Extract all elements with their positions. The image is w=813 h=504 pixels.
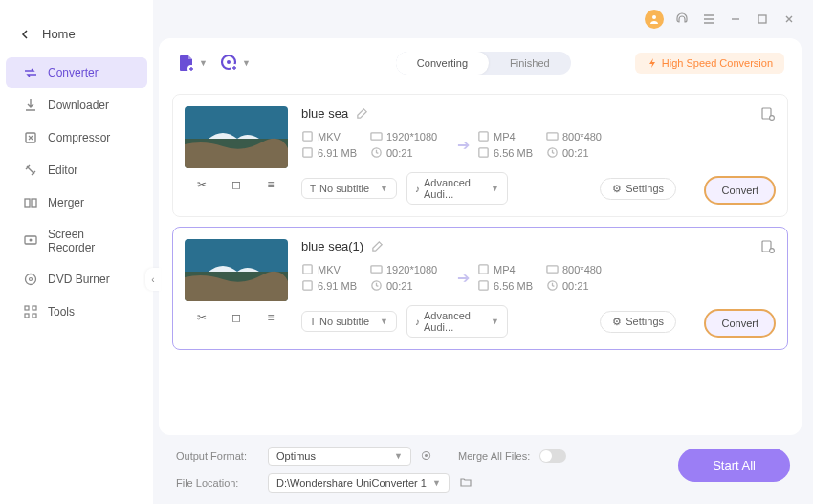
- trim-icon[interactable]: ✂: [192, 311, 211, 324]
- titlebar: [153, 0, 813, 38]
- video-thumbnail[interactable]: [185, 239, 288, 301]
- high-speed-label: High Speed Conversion: [662, 57, 773, 69]
- item-title: blue sea(1): [301, 239, 363, 253]
- svg-point-4: [30, 239, 33, 242]
- sidebar-item-dvd-burner[interactable]: DVD Burner: [6, 264, 147, 295]
- support-icon[interactable]: [673, 11, 691, 28]
- item-options-icon[interactable]: [760, 239, 776, 257]
- browse-folder-icon[interactable]: [459, 475, 472, 491]
- subtitle-dropdown[interactable]: TNo subtitle▼: [301, 178, 397, 199]
- sidebar-label: Compressor: [48, 131, 110, 144]
- menu-icon[interactable]: [700, 11, 717, 28]
- svg-point-28: [770, 116, 775, 121]
- svg-rect-8: [33, 306, 36, 310]
- source-specs: MKV 1920*1080 6.91 MB 00:21: [301, 130, 449, 159]
- arrow-icon: ➔: [449, 269, 477, 287]
- audio-dropdown[interactable]: ♪Advanced Audi...▼: [406, 305, 508, 338]
- toolbar: ▼ ▼ Converting Finished High Speed Conve…: [159, 38, 802, 88]
- subtitle-dropdown[interactable]: TNo subtitle▼: [301, 311, 397, 332]
- home-button[interactable]: Home: [0, 19, 153, 49]
- main-panel: ‹ ▼ ▼ Converting Finished: [153, 0, 813, 504]
- sidebar-label: Tools: [48, 305, 75, 318]
- res-icon: [370, 130, 383, 142]
- conversion-item: ✂ ◻ ≡ blue sea MKV 192: [172, 94, 788, 217]
- clock-icon: [370, 146, 383, 159]
- output-format-select[interactable]: Optimus▼: [268, 447, 411, 466]
- svg-rect-29: [185, 239, 288, 272]
- content-card: ▼ ▼ Converting Finished High Speed Conve…: [159, 38, 802, 435]
- sidebar-item-compressor[interactable]: Compressor: [6, 122, 147, 153]
- user-avatar-icon[interactable]: [645, 10, 664, 29]
- back-icon: [19, 29, 31, 40]
- convert-button[interactable]: Convert: [704, 176, 776, 205]
- svg-rect-36: [547, 266, 558, 273]
- sidebar-label: Screen Recorder: [48, 228, 130, 254]
- item-title: blue sea: [301, 106, 348, 121]
- preview-icon[interactable]: ⦿: [421, 450, 431, 462]
- size-icon: [301, 146, 314, 159]
- svg-rect-24: [547, 133, 558, 140]
- res-icon: [370, 263, 383, 275]
- home-label: Home: [42, 27, 76, 41]
- svg-point-40: [770, 249, 775, 253]
- edit-icon[interactable]: [371, 240, 384, 252]
- svg-rect-10: [33, 314, 36, 318]
- item-settings-button[interactable]: ⚙Settings: [600, 311, 676, 333]
- tab-converting[interactable]: Converting: [396, 52, 489, 75]
- svg-rect-20: [371, 133, 382, 140]
- add-file-button[interactable]: ▼: [176, 53, 208, 74]
- lightning-icon: [647, 57, 658, 69]
- screen-recorder-icon: [23, 233, 38, 249]
- crop-icon[interactable]: ◻: [227, 178, 246, 191]
- sidebar: Home Converter Downloader Compressor Edi…: [0, 0, 153, 504]
- edit-icon[interactable]: [356, 107, 368, 120]
- sidebar-item-merger[interactable]: Merger: [6, 187, 147, 218]
- start-all-button[interactable]: Start All: [678, 449, 790, 482]
- sidebar-label: Merger: [48, 196, 84, 209]
- add-dvd-button[interactable]: ▼: [219, 53, 251, 74]
- item-settings-button[interactable]: ⚙Settings: [600, 178, 676, 200]
- maximize-button[interactable]: [754, 11, 771, 28]
- collapse-sidebar-button[interactable]: ‹: [145, 268, 161, 291]
- close-button[interactable]: [780, 11, 798, 28]
- res-icon: [546, 263, 559, 275]
- sidebar-item-editor[interactable]: Editor: [6, 155, 147, 186]
- audio-dropdown[interactable]: ♪Advanced Audi...▼: [406, 172, 508, 205]
- res-icon: [546, 130, 559, 142]
- item-options-icon[interactable]: [760, 106, 776, 124]
- output-format-label: Output Format:: [176, 450, 258, 462]
- svg-rect-33: [303, 281, 312, 290]
- svg-rect-17: [185, 106, 288, 139]
- compressor-icon: [23, 130, 38, 145]
- svg-rect-19: [303, 132, 312, 141]
- clock-icon: [370, 279, 383, 292]
- high-speed-badge[interactable]: High Speed Conversion: [635, 53, 784, 74]
- video-thumbnail[interactable]: [185, 106, 288, 168]
- more-icon[interactable]: ≡: [261, 311, 280, 324]
- sidebar-item-screen-recorder[interactable]: Screen Recorder: [6, 220, 147, 262]
- merge-toggle[interactable]: [539, 449, 566, 463]
- crop-icon[interactable]: ◻: [227, 311, 246, 324]
- file-icon: [301, 130, 314, 142]
- converter-icon: [23, 65, 38, 80]
- svg-point-15: [227, 60, 231, 64]
- conversion-item: ✂ ◻ ≡ blue sea(1) MKV: [172, 227, 788, 350]
- file-icon: [477, 130, 490, 142]
- minimize-button[interactable]: [727, 11, 744, 28]
- trim-icon[interactable]: ✂: [192, 178, 211, 191]
- sidebar-item-converter[interactable]: Converter: [6, 57, 147, 88]
- arrow-icon: ➔: [449, 136, 477, 154]
- sidebar-item-tools[interactable]: Tools: [6, 296, 147, 327]
- clock-icon: [546, 146, 559, 159]
- sidebar-label: Editor: [48, 164, 77, 177]
- svg-point-6: [30, 278, 33, 281]
- tab-finished[interactable]: Finished: [489, 52, 571, 75]
- clock-icon: [546, 279, 559, 292]
- svg-rect-23: [479, 132, 488, 141]
- convert-button[interactable]: Convert: [704, 309, 776, 338]
- file-location-select[interactable]: D:\Wondershare UniConverter 1▼: [268, 473, 450, 493]
- more-icon[interactable]: ≡: [261, 178, 280, 191]
- svg-rect-31: [303, 265, 312, 274]
- size-icon: [477, 279, 490, 292]
- sidebar-item-downloader[interactable]: Downloader: [6, 90, 147, 121]
